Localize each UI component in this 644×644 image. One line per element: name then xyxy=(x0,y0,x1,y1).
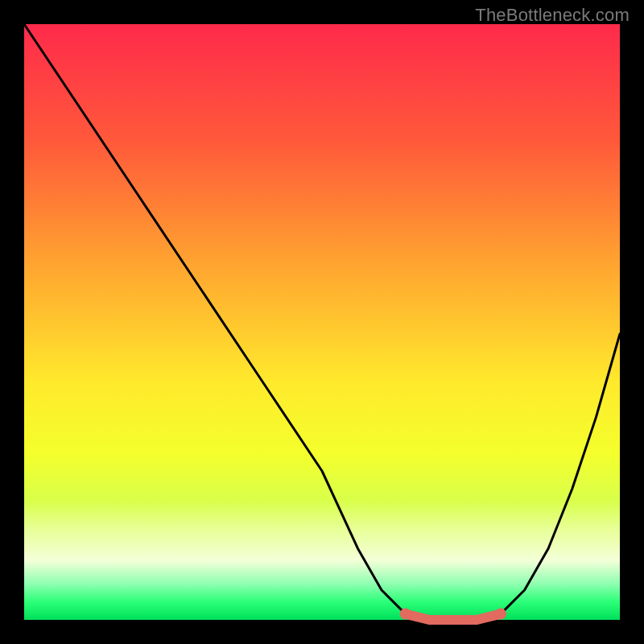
chart-container: TheBottleneck.com xyxy=(0,0,644,644)
optimal-right-dot xyxy=(495,609,506,620)
watermark-text: TheBottleneck.com xyxy=(475,5,630,26)
plot-background xyxy=(24,24,620,620)
bottleneck-chart xyxy=(0,0,644,644)
optimal-left-dot xyxy=(400,609,411,620)
